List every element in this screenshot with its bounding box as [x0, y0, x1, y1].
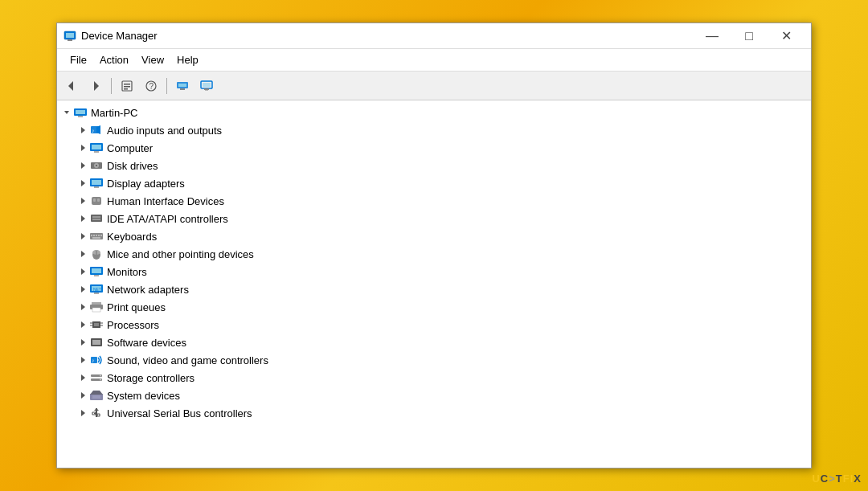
device-tree: Martin-PC ♪ Audio inputs and outputs: [57, 104, 811, 422]
svg-rect-7: [124, 86, 130, 88]
svg-rect-1: [66, 33, 74, 38]
watermark: UC>TFIX: [812, 473, 862, 485]
sound-icon: ♪: [89, 354, 104, 366]
svg-rect-43: [91, 215, 102, 222]
svg-rect-2: [68, 39, 72, 41]
chevron-system: [76, 389, 89, 402]
svg-point-87: [100, 375, 101, 377]
sound-label: Sound, video and game controllers: [107, 354, 268, 366]
svg-marker-22: [81, 127, 85, 133]
svg-marker-54: [81, 251, 85, 257]
tree-item-monitors[interactable]: Monitors: [57, 263, 811, 280]
hid-icon: [89, 194, 104, 207]
svg-rect-13: [180, 88, 185, 90]
svg-rect-49: [93, 235, 95, 236]
print-icon: [89, 301, 104, 313]
toolbar-sep-1: [111, 78, 112, 94]
svg-rect-29: [94, 151, 99, 153]
svg-marker-62: [81, 286, 85, 293]
scan-button[interactable]: [171, 75, 194, 97]
network-icon: NET: [89, 283, 104, 296]
menu-view[interactable]: View: [135, 51, 170, 69]
minimize-button[interactable]: —: [694, 23, 731, 49]
tree-item-sound[interactable]: ♪ Sound, video and game controllers: [57, 351, 811, 369]
svg-marker-78: [81, 339, 85, 346]
chevron-sound: [76, 354, 89, 366]
tree-item-disk[interactable]: Disk drives: [57, 157, 811, 174]
content-area[interactable]: Martin-PC ♪ Audio inputs and outputs: [57, 100, 811, 468]
audio-icon: ♪: [89, 124, 104, 137]
mice-icon: [89, 248, 104, 260]
svg-rect-97: [97, 414, 100, 416]
keyboard-icon: [89, 230, 104, 243]
monitor-button[interactable]: [195, 75, 218, 97]
chevron-display: [76, 177, 89, 190]
close-button[interactable]: ✕: [768, 23, 805, 49]
root-chevron: [60, 106, 73, 119]
chevron-print: [76, 301, 89, 313]
maximize-button[interactable]: □: [731, 23, 768, 49]
tree-root-node[interactable]: Martin-PC: [57, 104, 811, 121]
properties-button[interactable]: [116, 75, 138, 97]
svg-marker-18: [64, 111, 69, 114]
svg-marker-95: [94, 408, 99, 411]
display-label: Display adapters: [107, 178, 185, 190]
tree-item-mice[interactable]: Mice and other pointing devices: [57, 245, 811, 263]
svg-text:?: ?: [149, 82, 154, 91]
svg-rect-60: [92, 268, 101, 273]
svg-rect-15: [203, 83, 211, 87]
display-icon: [89, 177, 104, 190]
svg-rect-28: [92, 145, 101, 149]
tree-item-print[interactable]: Print queues: [57, 298, 811, 316]
tree-item-ide[interactable]: IDE ATA/ATAPI controllers: [57, 210, 811, 227]
forward-button[interactable]: [84, 75, 107, 97]
usb-label: Universal Serial Bus controllers: [107, 407, 252, 419]
chevron-mice: [76, 248, 89, 260]
svg-point-88: [100, 379, 101, 381]
svg-rect-80: [92, 340, 100, 345]
usb-icon: [89, 407, 104, 419]
tree-item-system[interactable]: System devices: [57, 387, 811, 404]
menu-help[interactable]: Help: [170, 51, 205, 69]
chevron-audio: [76, 124, 89, 137]
watermark-char-bracket: >: [829, 473, 836, 485]
tree-item-software[interactable]: Software devices: [57, 333, 811, 351]
svg-text:NET: NET: [93, 287, 101, 292]
root-icon: [73, 106, 88, 119]
tree-item-computer[interactable]: Computer: [57, 139, 811, 157]
svg-marker-42: [81, 215, 85, 222]
svg-point-33: [96, 165, 97, 166]
tree-item-keyboard[interactable]: Keyboards: [57, 227, 811, 245]
chevron-computer: [76, 141, 89, 154]
system-label: System devices: [107, 390, 180, 402]
tree-item-display[interactable]: Display adapters: [57, 174, 811, 192]
svg-rect-65: [94, 293, 99, 294]
back-button[interactable]: [60, 75, 83, 97]
svg-rect-8: [124, 88, 128, 90]
chevron-usb: [76, 407, 89, 419]
title-bar: Device Manager — □ ✕: [57, 23, 811, 49]
svg-marker-38: [81, 198, 85, 204]
svg-rect-51: [98, 235, 100, 236]
menu-action[interactable]: Action: [93, 51, 135, 69]
svg-marker-34: [81, 180, 85, 186]
chevron-ide: [76, 212, 89, 225]
watermark-char-t: T: [836, 473, 843, 485]
tree-item-hid[interactable]: Human Interface Devices: [57, 192, 811, 210]
tree-item-storage[interactable]: Storage controllers: [57, 369, 811, 387]
svg-rect-12: [178, 84, 186, 87]
tree-item-audio[interactable]: ♪ Audio inputs and outputs: [57, 121, 811, 139]
svg-marker-93: [81, 410, 85, 416]
ide-label: IDE ATA/ATAPI controllers: [107, 213, 228, 225]
svg-rect-50: [96, 235, 97, 236]
processors-icon: [89, 318, 104, 331]
tree-item-network[interactable]: NET Network adapters: [57, 280, 811, 298]
software-icon: [89, 336, 104, 349]
tree-item-usb[interactable]: Universal Serial Bus controllers: [57, 404, 811, 422]
help-button[interactable]: ?: [140, 75, 162, 97]
tree-item-processors[interactable]: Processors: [57, 316, 811, 333]
menu-file[interactable]: File: [63, 51, 93, 69]
svg-text:♪: ♪: [92, 358, 95, 363]
mice-label: Mice and other pointing devices: [107, 248, 254, 260]
svg-marker-89: [81, 392, 85, 399]
